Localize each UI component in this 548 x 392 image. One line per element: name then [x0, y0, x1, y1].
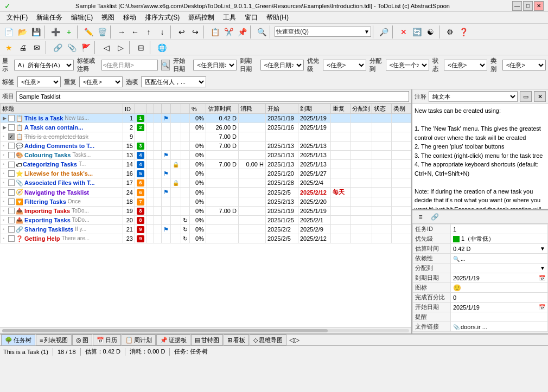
expand-icon[interactable]: •: [3, 162, 8, 167]
tabs-scroll-left[interactable]: ◁: [289, 336, 294, 344]
menu-move[interactable]: 移动: [119, 12, 141, 23]
minimize-button[interactable]: —: [512, 1, 522, 11]
assign-select[interactable]: <任意一个>: [386, 60, 429, 70]
th-spent[interactable]: 消耗: [239, 104, 266, 114]
expand-icon[interactable]: •: [3, 171, 8, 176]
prop-value-cell[interactable]: 0.42 D▼: [451, 244, 548, 254]
tag-note-input[interactable]: [101, 60, 158, 70]
menu-tools[interactable]: 工具: [219, 12, 240, 23]
task-checkbox[interactable]: ✓: [8, 133, 15, 140]
menu-newtask[interactable]: 新建任务: [32, 12, 67, 23]
tab-week[interactable]: 📋 周计划: [122, 335, 156, 345]
task-title-cell[interactable]: •❓Getting HelpThere are...: [1, 234, 123, 243]
task-checkbox[interactable]: [8, 152, 15, 158]
task-checkbox[interactable]: [8, 179, 15, 186]
tb2-earth[interactable]: 🌐: [155, 41, 168, 54]
table-row[interactable]: •📥Importing TasksToDo...1980%7.00 D2025/…: [1, 207, 411, 216]
tb-add-task[interactable]: ➕: [49, 25, 62, 38]
field-dropdown-btn[interactable]: ▼: [540, 246, 545, 252]
task-title-cell[interactable]: •🎨Colouring TasksTasks...: [1, 151, 123, 160]
dep-search-btn[interactable]: 🔍: [453, 256, 460, 262]
field-dropdown-btn[interactable]: ▼: [540, 265, 545, 271]
table-row[interactable]: ▶📋A Task can contain...220%26.00 D2025/1…: [1, 123, 411, 132]
task-checkbox[interactable]: [8, 115, 15, 121]
prop-value-cell[interactable]: [451, 312, 548, 322]
task-title-cell[interactable]: •📤Exporting TasksToDo...: [1, 216, 123, 225]
tb-refresh[interactable]: 🔄: [411, 25, 424, 38]
end-date-select[interactable]: <任意日期>: [260, 60, 304, 70]
tab-evidence[interactable]: 📌 证据板: [156, 335, 190, 345]
th-flag2[interactable]: [146, 104, 154, 114]
tab-kanban[interactable]: ⊞ 看板: [224, 335, 249, 345]
th-title[interactable]: 标题: [1, 104, 123, 114]
table-row[interactable]: •🔗Sharing TasklistsIf y...219⚑↻0%2025/2/…: [1, 225, 411, 234]
tb2-back[interactable]: ◁: [100, 41, 113, 54]
emoji-picker-btn[interactable]: 🙂: [453, 284, 461, 292]
prop-value-cell[interactable]: 📎doors.ir ...: [451, 322, 548, 332]
table-row[interactable]: •✓📋This is a completed task97.00 D: [1, 132, 411, 142]
prop-value-cell[interactable]: ▼: [451, 264, 548, 273]
tb-help[interactable]: ❓: [457, 25, 470, 38]
tb2-star[interactable]: ★: [2, 41, 15, 54]
task-title-cell[interactable]: ▶📋A Task can contain...: [1, 123, 123, 132]
tb-yin-yang[interactable]: ☯: [424, 25, 437, 38]
task-checkbox[interactable]: [8, 198, 15, 205]
category-select[interactable]: <任意>: [502, 60, 546, 70]
th-flag3[interactable]: [154, 104, 162, 114]
show-select[interactable]: A）所有任务(A）: [14, 60, 74, 70]
repeat-select[interactable]: <任意>: [79, 76, 123, 87]
prop-value-cell[interactable]: 🔍...: [451, 254, 548, 264]
start-date-select[interactable]: <任意日期>: [193, 60, 237, 70]
table-row[interactable]: •❓Getting HelpThere are...239↻0%2025/2/5…: [1, 234, 411, 243]
expand-icon[interactable]: •: [3, 208, 8, 214]
task-checkbox[interactable]: [8, 217, 15, 223]
table-row[interactable]: •💬Adding Comments to T...1530%7.00 D2025…: [1, 142, 411, 151]
expand-icon[interactable]: •: [3, 180, 8, 185]
tb-settings[interactable]: ⚙: [444, 25, 457, 38]
prop-value-cell[interactable]: 🙂: [451, 283, 548, 293]
props-icon-1[interactable]: ≡: [415, 211, 426, 222]
tab-task-tree[interactable]: 🌳 任务树: [1, 335, 35, 345]
date-picker-btn[interactable]: 📅: [539, 304, 545, 310]
options-select[interactable]: 匹配任何人，...: [141, 76, 206, 87]
task-table-container[interactable]: 标题 ID % 估算时间 消耗 开始 到期 重复 分: [0, 104, 411, 327]
tb-open[interactable]: 📂: [16, 25, 29, 38]
tb-edit[interactable]: ✏️: [82, 25, 95, 38]
tb2-forward[interactable]: ▷: [114, 41, 127, 54]
prop-value-cell[interactable]: 0: [451, 293, 548, 303]
tb-new[interactable]: 📄: [2, 25, 15, 38]
tb-undo[interactable]: ↩: [175, 25, 188, 38]
task-checkbox[interactable]: [8, 162, 15, 168]
table-row[interactable]: ▶📋This is a TaskNew tas...11⚑0%0.42 D202…: [1, 114, 411, 123]
tb-indent[interactable]: →: [115, 25, 128, 38]
notes-expand-btn[interactable]: ▭: [520, 91, 532, 102]
tb2-flag[interactable]: 🚩: [79, 41, 92, 54]
file-link-icon[interactable]: 📎: [453, 324, 460, 330]
tab-chart[interactable]: ◎ 图: [72, 335, 92, 345]
th-repeat[interactable]: 重复: [331, 104, 351, 114]
dep-more-btn[interactable]: ...: [461, 256, 465, 262]
search-input[interactable]: [310, 29, 364, 35]
th-flag4[interactable]: [162, 104, 171, 114]
menu-source[interactable]: 源码控制: [184, 12, 219, 23]
task-checkbox[interactable]: [8, 226, 15, 233]
task-checkbox[interactable]: [8, 235, 15, 242]
menu-edit[interactable]: 编辑(E): [67, 12, 97, 23]
tabs-scroll-right[interactable]: ▷: [295, 336, 300, 344]
props-scroll[interactable]: 任务ID1优先级1（非常低）估算时间0.42 D▼依赖性🔍...分配到▼到期日期…: [412, 224, 548, 333]
th-flag6[interactable]: [181, 104, 190, 114]
task-title-cell[interactable]: •⭐Likewise for the task's...: [1, 169, 123, 178]
task-title-cell[interactable]: •📥Importing TasksToDo...: [1, 207, 123, 216]
th-category[interactable]: 类别: [392, 104, 411, 114]
task-checkbox[interactable]: [8, 143, 15, 149]
tab-list-view[interactable]: ≡ 列表视图: [36, 335, 72, 345]
prop-value-cell[interactable]: 2025/1/19📅: [451, 273, 548, 283]
tb-delete[interactable]: 🗑️: [95, 25, 109, 38]
tb-copy[interactable]: 📋: [208, 25, 221, 38]
task-checkbox[interactable]: [8, 189, 15, 196]
expand-icon[interactable]: •: [3, 143, 8, 149]
tb-paste[interactable]: 📌: [235, 25, 248, 38]
table-row[interactable]: •🔽Filtering TasksOnce1870%2025/2/132025/…: [1, 197, 411, 207]
th-estimated[interactable]: 估算时间: [206, 104, 239, 114]
th-id[interactable]: ID: [123, 104, 135, 114]
